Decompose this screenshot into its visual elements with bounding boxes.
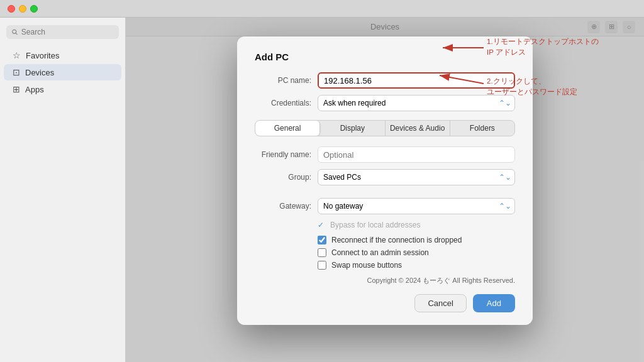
tab-display[interactable]: Display xyxy=(320,121,385,136)
title-bar xyxy=(0,0,644,18)
credentials-label: Credentials: xyxy=(255,99,318,107)
reconnect-row: Reconnect if the connection is dropped xyxy=(318,236,515,244)
swap-mouse-checkbox[interactable] xyxy=(318,261,326,270)
svg-line-1 xyxy=(16,33,17,35)
tab-content-general: Friendly name: Group: Saved PCs ⌃⌄ xyxy=(255,146,515,285)
sidebar-item-devices[interactable]: ⊡ Devices xyxy=(4,64,121,80)
window-controls[interactable] xyxy=(8,5,38,13)
sidebar-label-favorites: Favorites xyxy=(26,51,59,60)
tab-bar: General Display Devices & Audio Folders xyxy=(255,120,515,136)
group-select[interactable]: Saved PCs xyxy=(318,169,515,185)
sidebar-label-apps: Apps xyxy=(25,85,44,94)
dialog-title: Add PC xyxy=(255,52,515,62)
sidebar-item-apps[interactable]: ⊞ Apps xyxy=(4,81,121,97)
svg-point-0 xyxy=(13,30,16,33)
admin-session-label: Connect to an admin session xyxy=(331,248,429,257)
maximize-button[interactable] xyxy=(30,5,38,13)
sidebar-label-devices: Devices xyxy=(25,68,54,77)
friendly-name-row: Friendly name: xyxy=(255,146,515,163)
admin-session-checkbox[interactable] xyxy=(318,248,326,257)
annotation-text-1: 1.リモートデスクトップホストの IP アドレス xyxy=(487,36,631,58)
credentials-select[interactable]: Ask when required xyxy=(318,95,515,111)
bypass-check-icon: ✓ xyxy=(318,221,324,229)
close-button[interactable] xyxy=(8,5,15,13)
credentials-select-wrapper: Ask when required ⌃⌄ xyxy=(318,95,515,111)
gateway-label: Gateway: xyxy=(255,202,318,211)
group-label: Group: xyxy=(255,173,318,182)
search-bar[interactable] xyxy=(6,25,119,39)
group-row: Group: Saved PCs ⌃⌄ xyxy=(255,169,515,185)
group-select-wrapper: Saved PCs ⌃⌄ xyxy=(318,169,515,185)
pc-name-label: PC name: xyxy=(255,76,318,85)
sidebar-nav: ☆ Favorites ⊡ Devices ⊞ Apps xyxy=(0,45,125,99)
pc-name-row: PC name: xyxy=(255,72,515,89)
credentials-row: Credentials: Ask when required ⌃⌄ xyxy=(255,95,515,111)
content-area: Devices ⊕ ⊞ ○ Add PC PC name: Credential… xyxy=(126,18,644,362)
annotation-container: 1.リモートデスクトップホストの IP アドレス 2.クリックして、 ユーザーと… xyxy=(487,36,631,97)
dialog-footer: Cancel Add xyxy=(255,294,515,312)
reconnect-checkbox[interactable] xyxy=(318,236,326,244)
gateway-select-wrapper: No gateway ⌃⌄ xyxy=(318,198,515,214)
checkbox-section: Reconnect if the connection is dropped C… xyxy=(318,236,515,270)
favorites-icon: ☆ xyxy=(13,50,21,60)
tab-folders[interactable]: Folders xyxy=(450,121,514,136)
friendly-name-input[interactable] xyxy=(318,146,515,163)
tab-general[interactable]: General xyxy=(255,121,320,136)
annotation-text-2: 2.クリックして、 ユーザーとパスワード設定 xyxy=(487,76,631,98)
reconnect-label: Reconnect if the connection is dropped xyxy=(331,236,462,244)
devices-icon: ⊡ xyxy=(13,67,20,77)
friendly-name-label: Friendly name: xyxy=(255,150,318,159)
minimize-button[interactable] xyxy=(19,5,26,13)
swap-mouse-label: Swap mouse buttons xyxy=(331,261,402,270)
bypass-row: ✓ Bypass for local addresses xyxy=(318,221,515,229)
add-button[interactable]: Add xyxy=(473,294,515,312)
gateway-row: Gateway: No gateway ⌃⌄ xyxy=(255,198,515,214)
gateway-select[interactable]: No gateway xyxy=(318,198,515,214)
cancel-button[interactable]: Cancel xyxy=(414,294,466,312)
bypass-label: Bypass for local addresses xyxy=(330,221,420,229)
tab-devices-audio[interactable]: Devices & Audio xyxy=(386,121,450,136)
annotation-1: 1.リモートデスクトップホストの IP アドレス 2.クリックして、 ユーザーと… xyxy=(487,36,631,97)
search-icon xyxy=(11,28,18,36)
admin-session-row: Connect to an admin session xyxy=(318,248,515,257)
apps-icon: ⊞ xyxy=(13,84,20,94)
pc-name-input[interactable] xyxy=(318,72,515,89)
swap-mouse-row: Swap mouse buttons xyxy=(318,261,515,270)
sidebar: ☆ Favorites ⊡ Devices ⊞ Apps xyxy=(0,18,126,362)
sidebar-item-favorites[interactable]: ☆ Favorites xyxy=(4,47,121,63)
search-input[interactable] xyxy=(21,28,114,36)
copyright-text: Copyright © 2024 もーろぐ All Rights Reserve… xyxy=(255,276,515,285)
